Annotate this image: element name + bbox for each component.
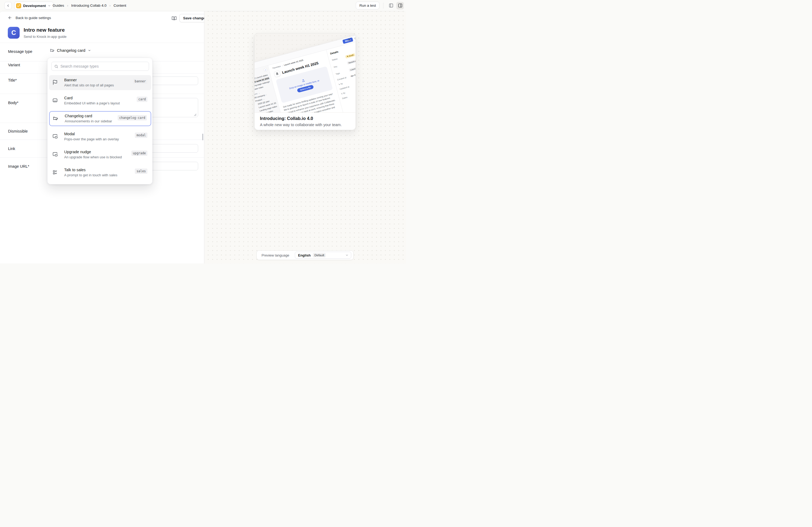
dropdown-search (51, 62, 149, 71)
tag-pill: Launches (349, 66, 356, 72)
details-label: Created at (337, 75, 351, 81)
breadcrumb-guide-name[interactable]: Introducing Collab 4.0 (71, 3, 106, 7)
topbar-actions: Run a test (356, 0, 404, 11)
guide-title: Intro new feature (24, 27, 67, 33)
close-icon (347, 38, 351, 42)
item-tag: sales (135, 168, 147, 174)
preview-language-bar: Preview language English Default (257, 250, 354, 260)
vertical-divider (383, 3, 383, 9)
guide-content-editor-panel: Back to guide settings Save changes C In… (0, 11, 204, 264)
dropdown-item-modal[interactable]: Modal Pops-over the page with an overlay… (49, 129, 151, 144)
close-preview-button[interactable] (346, 37, 352, 43)
chevron-down-icon (88, 49, 91, 52)
item-name: Card (64, 96, 147, 100)
megaphone-icon (50, 48, 55, 52)
chevron-right-icon: › (282, 64, 283, 67)
dropdown-item-card[interactable]: Card Embedded UI within a page’s layout … (49, 93, 151, 108)
changelog-subtitle: A whole new way to collaborate with your… (260, 123, 350, 127)
breadcrumb-favorites[interactable]: Favorites (272, 65, 281, 70)
details-label: Key (334, 62, 348, 68)
chevron-down-icon: ⌄ (258, 92, 260, 94)
chevron-down-icon: ⌄ (263, 98, 265, 100)
message-type-value: Changelog card (57, 48, 85, 52)
docs-button[interactable] (170, 14, 178, 22)
search-message-types-input[interactable] (60, 64, 146, 69)
variant-label: Variant (8, 63, 20, 67)
pencil-icon: ✎ (347, 55, 349, 58)
history-icon[interactable] (354, 37, 356, 40)
breadcrumb-guides[interactable]: Guides (53, 3, 64, 7)
language-variant-badge: Default (313, 253, 326, 257)
book-open-icon (172, 16, 177, 21)
details-label: Tags (335, 69, 350, 75)
preview-card-image: Share + 2025 Q2 Launch dates (255, 33, 356, 112)
divider (0, 43, 204, 43)
dropdown-item-changelog-card[interactable]: Changelog card Announcements in our side… (49, 111, 151, 126)
preview-panel: Share + 2025 Q2 Launch dates (204, 11, 406, 264)
body-label: Body* (8, 101, 18, 105)
image-url-label: Image URL* (8, 164, 29, 168)
title-label: Title* (8, 78, 17, 82)
run-a-test-button[interactable]: Run a test (356, 2, 379, 10)
details-label: Status (332, 55, 346, 61)
message-type-label: Message type (8, 49, 32, 54)
link-label: Link (8, 147, 15, 151)
preview-language-label: Preview language (262, 253, 289, 257)
details-label: Updated at (339, 85, 354, 90)
dropdown-item-upgrade-nudge[interactable]: Upgrade nudge An upgrade flow when use i… (49, 147, 151, 162)
guide-header: C Intro new feature Send to Knock in-app… (8, 27, 67, 39)
environment-switcher[interactable]: Development (14, 2, 54, 10)
chevron-right-icon: › (67, 3, 68, 7)
top-navigation-bar: Development Guides › Introducing Collab … (0, 0, 406, 11)
updated-by-value (354, 85, 356, 90)
preview-app-window: Share + 2025 Q2 Launch dates (255, 33, 356, 112)
card-icon (52, 98, 58, 103)
chevron-down-icon (345, 254, 349, 257)
chevron-down-icon (48, 4, 51, 7)
flag-icon (52, 80, 58, 85)
message-type-dropdown: Banner Alert that sits on top of all pag… (47, 58, 153, 184)
upload-icon (301, 78, 305, 82)
dropdown-item-banner[interactable]: Banner Alert that sits on top of all pag… (49, 75, 151, 90)
arrow-left-icon (8, 16, 12, 20)
item-tag: upgrade (131, 151, 147, 156)
toggle-left-panel-button[interactable] (387, 2, 395, 10)
search-icon (54, 64, 58, 69)
details-label: Dates (342, 94, 356, 100)
changelog-title: Introducing: Collab.io 4.0 (260, 116, 350, 121)
picture-in-picture-icon (52, 134, 58, 139)
message-type-select[interactable]: Changelog card (50, 48, 91, 52)
toggle-right-panel-button[interactable] (396, 2, 404, 10)
dropdown-item-talk-to-sales[interactable]: Talk to sales A prompt to get in touch w… (49, 165, 151, 180)
history-back-button[interactable] (4, 2, 12, 10)
language-select[interactable]: English Default (295, 252, 351, 259)
details-label: ↳ by (341, 89, 355, 95)
item-tag: banner (133, 79, 147, 84)
git-branch-icon (16, 3, 21, 8)
item-description: A prompt to get in touch with sales (64, 173, 147, 177)
panel-left-icon (389, 3, 393, 8)
picture-in-picture-icon (52, 152, 58, 157)
scrollbar-thumb[interactable] (202, 134, 203, 140)
list-icon (52, 169, 58, 175)
compose-button[interactable]: + (264, 68, 268, 72)
key-pill: launch-week-h1 (347, 57, 356, 65)
panel-right-icon (398, 3, 403, 8)
item-description: Embedded UI within a page’s layout (64, 101, 147, 105)
item-description: Pops-over the page with an overlay (64, 137, 147, 141)
breadcrumb-content[interactable]: Content (114, 3, 126, 7)
rocket-icon (274, 70, 281, 77)
guide-avatar: C (8, 27, 19, 39)
dismissible-label: Dismissible (8, 129, 28, 133)
megaphone-icon (53, 116, 58, 121)
back-link-label: Back to guide settings (16, 16, 51, 20)
chevron-right-icon: › (266, 94, 267, 95)
chevron-right-icon: › (109, 3, 110, 7)
back-to-guide-settings-link[interactable]: Back to guide settings (8, 16, 51, 20)
language-value: English (298, 253, 311, 257)
app-root: Development Guides › Introducing Collab … (0, 0, 406, 264)
draft-status-badge: ✎ Draft (345, 53, 355, 59)
guide-subtitle: Send to Knock in-app guide (24, 35, 67, 39)
content-sheet: Back to guide settings Save changes C In… (0, 11, 406, 264)
environment-label: Development (23, 4, 46, 8)
